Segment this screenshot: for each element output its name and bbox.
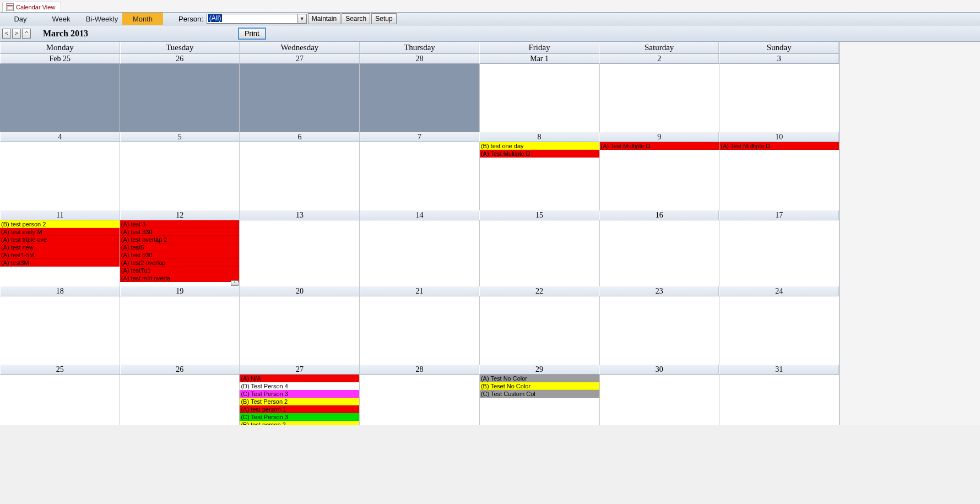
calendar-event[interactable]: (A) test3M	[0, 259, 120, 267]
day-cell[interactable]	[240, 296, 360, 365]
date-cell[interactable]: 20	[240, 286, 360, 296]
day-cell[interactable]: (A) N/A(D) Test Person 4(C) Test Person …	[240, 375, 360, 425]
date-cell[interactable]: 28	[360, 54, 480, 64]
date-cell[interactable]: 26	[120, 365, 240, 375]
date-cell[interactable]: 29	[479, 365, 599, 375]
day-cell[interactable]: (B) test person 2(A) test early M(A) tes…	[0, 220, 120, 286]
nav-up-button[interactable]: ^	[22, 29, 31, 39]
calendar-event[interactable]: (B) Teset No Color	[480, 382, 599, 390]
nav-next-button[interactable]: >	[12, 29, 21, 39]
calendar-event[interactable]: (A) test overlap 2	[120, 236, 240, 243]
calendar-event[interactable]: (A) test mid overla	[120, 274, 240, 282]
date-cell[interactable]: 26	[120, 54, 240, 64]
day-cell[interactable]	[0, 375, 120, 425]
calendar-event[interactable]: (A) test early M	[0, 228, 120, 236]
date-cell[interactable]: 24	[719, 286, 839, 296]
day-cell[interactable]: (B) test one day(A) Test Multiple D	[480, 142, 600, 210]
date-cell[interactable]: 7	[360, 132, 480, 142]
date-cell[interactable]: 27	[240, 54, 360, 64]
date-cell[interactable]: 18	[0, 286, 120, 296]
date-cell[interactable]: 10	[719, 132, 839, 142]
calendar-event[interactable]: (A) test new	[0, 243, 120, 251]
day-cell[interactable]	[360, 64, 480, 132]
day-cell[interactable]	[240, 64, 360, 132]
day-cell[interactable]	[719, 296, 839, 365]
date-cell[interactable]: 2	[599, 54, 719, 64]
calendar-event[interactable]: (B) Test Person 2	[240, 398, 359, 405]
calendar-event[interactable]: (A) test 3	[120, 220, 240, 228]
calendar-event[interactable]: (D) Test Person 4	[240, 382, 359, 390]
day-cell[interactable]	[600, 220, 720, 286]
day-cell[interactable]: (A) test 3(A) test 330(A) test overlap 2…	[120, 220, 240, 286]
view-week[interactable]: Week	[41, 13, 82, 25]
day-cell[interactable]: (A) Test No Color(B) Teset No Color(C) T…	[480, 375, 600, 425]
calendar-event[interactable]: (B) test one day	[480, 142, 599, 150]
maintain-button[interactable]: Maintain	[308, 13, 340, 24]
day-cell[interactable]	[0, 64, 120, 132]
date-cell[interactable]: 9	[599, 132, 719, 142]
calendar-event[interactable]: (A) Test Multiple D	[480, 150, 599, 158]
tab-calendar-view[interactable]: Calendar View	[2, 2, 61, 12]
calendar-event[interactable]: (A) Test Multiple D	[600, 142, 719, 150]
person-input[interactable]: (All)	[207, 14, 298, 24]
calendar-event[interactable]: (A) testTu1	[120, 267, 240, 274]
date-cell[interactable]: Mar 1	[479, 54, 599, 64]
date-cell[interactable]: 8	[479, 132, 599, 142]
date-cell[interactable]: 17	[719, 210, 839, 220]
day-cell[interactable]	[480, 296, 600, 365]
day-cell[interactable]	[719, 375, 839, 425]
day-cell[interactable]	[120, 64, 240, 132]
calendar-event[interactable]: (B) test person 2	[240, 421, 359, 425]
day-cell[interactable]	[0, 296, 120, 365]
date-cell[interactable]: 6	[240, 132, 360, 142]
view-day[interactable]: Day	[0, 13, 41, 25]
calendar-event[interactable]: (A) test person 1	[240, 405, 359, 413]
date-cell[interactable]: 12	[120, 210, 240, 220]
day-cell[interactable]	[600, 375, 720, 425]
date-cell[interactable]: 13	[240, 210, 360, 220]
calendar-event[interactable]: (A) test 530	[120, 251, 240, 259]
day-cell[interactable]	[0, 142, 120, 210]
search-button[interactable]: Search	[342, 13, 370, 24]
calendar-event[interactable]: (A) test triple ove	[0, 236, 120, 243]
calendar-event[interactable]: (B) test person 2	[0, 220, 120, 228]
calendar-event[interactable]: (A) test1-5M	[0, 251, 120, 259]
date-cell[interactable]: 23	[599, 286, 719, 296]
calendar-event[interactable]: (C) Test Custom Col	[480, 390, 599, 398]
day-cell[interactable]	[719, 220, 839, 286]
date-cell[interactable]: 28	[360, 365, 480, 375]
day-cell[interactable]	[120, 296, 240, 365]
day-cell[interactable]	[360, 296, 480, 365]
view-month[interactable]: Month	[122, 13, 163, 25]
day-cell[interactable]	[600, 64, 720, 132]
date-cell[interactable]: 11	[0, 210, 120, 220]
person-dropdown-button[interactable]: ▼	[298, 14, 307, 24]
calendar-event[interactable]: (A) N/A	[240, 375, 359, 382]
calendar-event[interactable]: (A) test 330	[120, 228, 240, 236]
setup-button[interactable]: Setup	[371, 13, 396, 24]
calendar-event[interactable]: (C) Test Person 3	[240, 413, 359, 421]
day-cell[interactable]: (A) Test Multiple D	[719, 142, 839, 210]
date-cell[interactable]: 5	[120, 132, 240, 142]
date-cell[interactable]: 22	[479, 286, 599, 296]
calendar-event[interactable]: (C) Test Person 3	[240, 390, 359, 398]
day-cell[interactable]	[360, 142, 480, 210]
calendar-event[interactable]: (A) Test Multiple D	[719, 142, 839, 150]
day-cell[interactable]	[600, 296, 720, 365]
day-cell[interactable]	[480, 220, 600, 286]
day-cell[interactable]	[120, 142, 240, 210]
date-cell[interactable]: 31	[719, 365, 839, 375]
print-button[interactable]: Print	[238, 28, 266, 40]
day-cell[interactable]: (A) Test Multiple D	[600, 142, 720, 210]
date-cell[interactable]: 25	[0, 365, 120, 375]
date-cell[interactable]: 16	[599, 210, 719, 220]
day-cell[interactable]	[360, 220, 480, 286]
date-cell[interactable]: 21	[360, 286, 480, 296]
date-cell[interactable]: 27	[240, 365, 360, 375]
day-cell[interactable]	[240, 220, 360, 286]
date-cell[interactable]: 19	[120, 286, 240, 296]
nav-prev-button[interactable]: <	[2, 29, 11, 39]
date-cell[interactable]: 30	[599, 365, 719, 375]
day-cell[interactable]	[719, 64, 839, 132]
day-cell[interactable]	[360, 375, 480, 425]
